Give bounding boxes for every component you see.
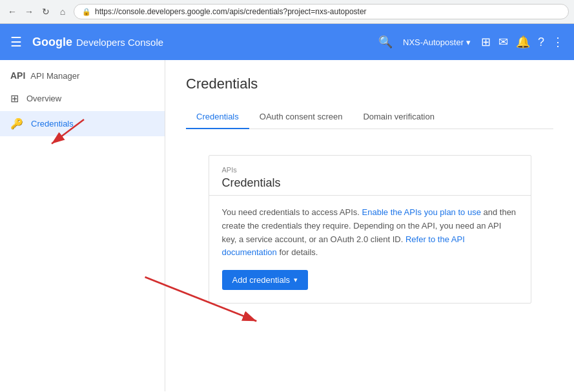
search-icon[interactable]: 🔍 xyxy=(378,35,393,49)
sidebar-header: API API Manager xyxy=(0,65,165,86)
header-logo: Google Developers Console xyxy=(32,36,163,49)
api-badge: API xyxy=(10,70,25,81)
card-apis-label: APIs xyxy=(222,166,518,174)
add-credentials-button[interactable]: Add credentials ▾ xyxy=(222,270,309,290)
tab-domain[interactable]: Domain verification xyxy=(353,105,445,129)
notification-icon[interactable]: 🔔 xyxy=(516,35,530,49)
sidebar-item-overview-label: Overview xyxy=(26,94,61,103)
tabs-bar: Credentials OAuth consent screen Domain … xyxy=(186,105,553,129)
project-selector[interactable]: NXS-Autoposter ▾ xyxy=(403,37,471,47)
more-icon[interactable]: ⋮ xyxy=(552,35,564,49)
card-body: You need credentials to access APIs. Ena… xyxy=(209,196,531,303)
content-area: Credentials Credentials OAuth consent sc… xyxy=(165,60,574,391)
add-credentials-label: Add credentials xyxy=(232,275,291,285)
reload-button[interactable]: ↻ xyxy=(39,5,53,19)
logo-developers: Developers Console xyxy=(76,37,163,48)
nav-buttons: ← → ↻ ⌂ xyxy=(5,5,70,19)
overview-icon: ⊞ xyxy=(10,92,19,105)
help-icon[interactable]: ? xyxy=(538,36,544,49)
back-button[interactable]: ← xyxy=(5,5,19,19)
address-bar[interactable]: 🔒 https://console.developers.google.com/… xyxy=(74,4,569,19)
dropdown-arrow-icon: ▾ xyxy=(294,276,298,284)
tab-credentials[interactable]: Credentials xyxy=(186,105,249,129)
api-manager-label: API Manager xyxy=(30,71,79,81)
project-name: NXS-Autoposter xyxy=(403,37,464,47)
page-title: Credentials xyxy=(186,76,553,92)
menu-icon[interactable]: ☰ xyxy=(10,34,22,50)
header-icons: ⊞ ✉ 🔔 ? ⋮ xyxy=(481,35,564,49)
main-layout: API API Manager ⊞ Overview 🔑 Credentials… xyxy=(0,60,574,391)
logo-google: Google xyxy=(32,36,72,49)
card-title: Credentials xyxy=(222,176,518,190)
credentials-card: APIs Credentials You need credentials to… xyxy=(209,155,531,304)
url-text: https://console.developers.google.com/ap… xyxy=(95,7,367,16)
sidebar: API API Manager ⊞ Overview 🔑 Credentials xyxy=(0,60,165,391)
sidebar-item-credentials[interactable]: 🔑 Credentials xyxy=(0,111,165,136)
app-header: ☰ Google Developers Console 🔍 NXS-Autopo… xyxy=(0,24,574,60)
card-text-1: You need credentials to access APIs. xyxy=(222,207,360,217)
sidebar-item-overview[interactable]: ⊞ Overview xyxy=(0,86,165,111)
forward-button[interactable]: → xyxy=(22,5,36,19)
card-text-3: for details. xyxy=(279,247,318,257)
email-icon[interactable]: ✉ xyxy=(498,35,508,49)
lock-icon: 🔒 xyxy=(82,8,91,16)
browser-toolbar: ← → ↻ ⌂ 🔒 https://console.developers.goo… xyxy=(0,0,574,23)
chevron-down-icon: ▾ xyxy=(466,37,471,47)
home-button[interactable]: ⌂ xyxy=(56,5,70,19)
sidebar-item-credentials-label: Credentials xyxy=(31,119,74,129)
credentials-icon: 🔑 xyxy=(10,118,23,130)
card-top: APIs Credentials xyxy=(209,156,531,196)
enable-apis-link[interactable]: Enable the APIs you plan to use xyxy=(362,207,481,217)
card-description: You need credentials to access APIs. Ena… xyxy=(222,206,518,260)
grid-icon[interactable]: ⊞ xyxy=(481,35,491,49)
tab-oauth[interactable]: OAuth consent screen xyxy=(249,105,353,129)
browser-chrome: ← → ↻ ⌂ 🔒 https://console.developers.goo… xyxy=(0,0,574,24)
